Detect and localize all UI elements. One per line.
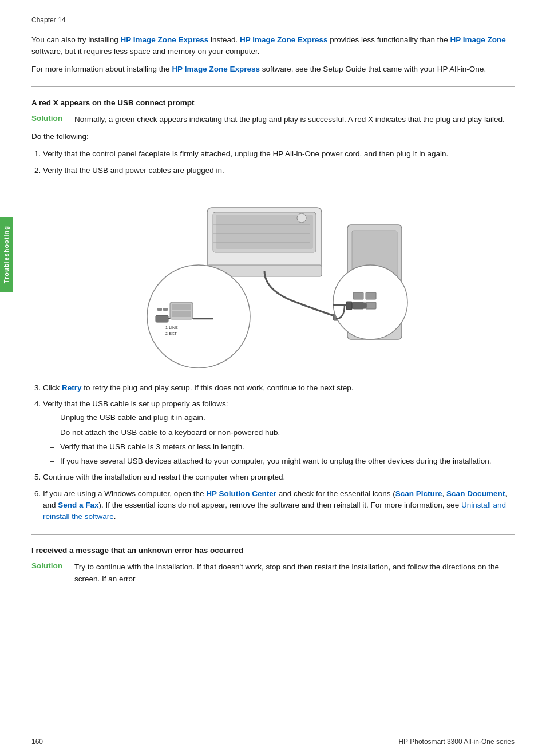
section2: I received a message that an unknown err… xyxy=(31,546,515,585)
solution-label-1: Solution xyxy=(31,114,74,122)
section2-heading: I received a message that an unknown err… xyxy=(31,546,515,555)
solution-block-1: Solution Normally, a green check appears… xyxy=(31,114,515,125)
step-6: If you are using a Windows computer, ope… xyxy=(43,488,515,523)
reinstall-link: Uninstall and reinstall the software xyxy=(43,501,506,521)
svg-rect-27 xyxy=(353,292,363,299)
step-4: Verify that the USB cable is set up prop… xyxy=(43,398,515,467)
main-content: Chapter 14 You can also try installing H… xyxy=(31,0,515,585)
send-fax-link: Send a Fax xyxy=(58,501,98,509)
solution-text-2: Try to continue with the installation. I… xyxy=(74,561,515,585)
top-para2-text2: software, see the Setup Guide that came … xyxy=(260,65,486,73)
sidebar-tab: Troubleshooting xyxy=(0,217,13,292)
retry-link: Retry xyxy=(62,383,82,392)
step-3: Click Retry to retry the plug and play s… xyxy=(43,382,515,394)
page-footer: 160 HP Photosmart 3300 All-in-One series xyxy=(31,738,515,746)
top-section: You can also try installing HP Image Zon… xyxy=(31,34,515,75)
scan-picture-link: Scan Picture xyxy=(395,489,442,498)
top-para2-link: HP Image Zone Express xyxy=(172,65,260,73)
top-para1-text3: provides less functionality than the xyxy=(328,35,450,44)
sidebar-tab-label: Troubleshooting xyxy=(3,225,10,283)
top-para1-text4: software, but it requires less space and… xyxy=(31,47,259,56)
top-para-2: For more information about installing th… xyxy=(31,64,515,75)
step-list: Verify that the control panel faceplate … xyxy=(43,148,515,176)
scan-document-link: Scan Document xyxy=(446,489,505,498)
section-divider-mid xyxy=(31,534,515,535)
section1-heading: A red X appears on the USB connect promp… xyxy=(31,98,515,107)
svg-text:1-LINE: 1-LINE xyxy=(165,326,178,330)
solution-text-1: Normally, a green check appears indicati… xyxy=(74,114,505,125)
top-para-1: You can also try installing HP Image Zon… xyxy=(31,34,515,58)
svg-text:2-EXT: 2-EXT xyxy=(165,331,177,335)
solution-block-2: Solution Try to continue with the instal… xyxy=(31,561,515,585)
step-5: Continue with the installation and resta… xyxy=(43,472,515,483)
top-para1-link2: HP Image Zone Express xyxy=(240,35,328,44)
sub-bullet-list: Unplug the USB cable and plug it in agai… xyxy=(60,412,515,467)
diagram-svg: 1-LINE 2-EXT xyxy=(124,191,422,368)
sub-bullet-1: Unplug the USB cable and plug it in agai… xyxy=(60,412,515,423)
section-divider-top xyxy=(31,86,515,87)
product-name: HP Photosmart 3300 All-in-One series xyxy=(398,738,515,746)
svg-rect-22 xyxy=(156,315,168,322)
section1: A red X appears on the USB connect promp… xyxy=(31,98,515,523)
top-para1-text2: instead. xyxy=(208,35,240,44)
svg-rect-18 xyxy=(172,304,191,310)
chapter-label: Chapter 14 xyxy=(31,16,515,24)
svg-rect-28 xyxy=(366,292,376,299)
step-list-continued: Click Retry to retry the plug and play s… xyxy=(43,382,515,523)
top-para1-link1: HP Image Zone Express xyxy=(121,35,209,44)
sub-bullet-4: If you have several USB devices attached… xyxy=(60,456,515,467)
svg-point-7 xyxy=(297,213,306,223)
svg-rect-31 xyxy=(350,303,366,308)
top-para1-text1: You can also try installing xyxy=(31,35,121,44)
step-1: Verify that the control panel faceplate … xyxy=(43,148,515,160)
solution-label-2: Solution xyxy=(31,561,74,570)
sub-bullet-3: Verify that the USB cable is 3 meters or… xyxy=(60,441,515,453)
svg-rect-19 xyxy=(172,311,191,317)
svg-rect-30 xyxy=(366,302,376,309)
top-para2-text1: For more information about installing th… xyxy=(31,65,172,73)
do-following: Do the following: xyxy=(31,131,515,143)
page-wrapper: Troubleshooting Chapter 14 You can also … xyxy=(0,0,546,756)
top-para1-link3: HP Image Zone xyxy=(450,35,505,44)
hp-solution-center-link: HP Solution Center xyxy=(206,489,276,498)
page-number: 160 xyxy=(31,738,43,746)
sub-bullet-2: Do not attach the USB cable to a keyboar… xyxy=(60,427,515,438)
usb-diagram: 1-LINE 2-EXT xyxy=(31,188,515,371)
svg-rect-24 xyxy=(157,308,162,311)
svg-rect-25 xyxy=(163,308,168,311)
step-2: Verify that the USB and power cables are… xyxy=(43,165,515,176)
